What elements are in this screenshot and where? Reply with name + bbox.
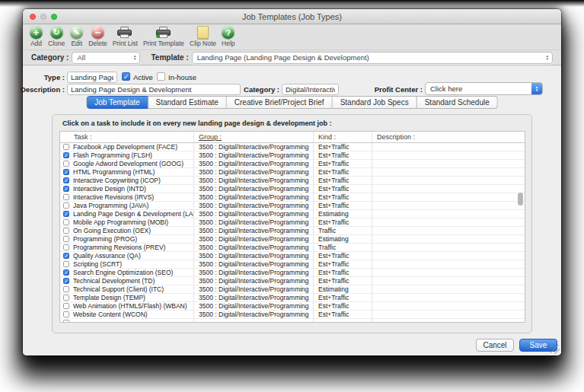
window-title: Job Templates (Job Types) xyxy=(23,9,561,24)
task-description xyxy=(372,269,525,276)
clone-button[interactable]: ↻ Clone xyxy=(48,26,65,47)
task-cell: Java Programming (JAVA) xyxy=(60,202,194,209)
column-header-task[interactable]: Task : xyxy=(60,132,194,142)
table-row[interactable]: Java Programming (JAVA)3500 : Digital/In… xyxy=(60,202,525,210)
table-row[interactable]: ✓Interactive Design (INTD)3500 : Digital… xyxy=(60,185,525,193)
table-row[interactable]: Scripting (SCRT)3500 : Digital/Interacti… xyxy=(60,260,525,269)
cancel-button[interactable]: Cancel xyxy=(476,339,514,352)
task-checkbox[interactable]: ✓ xyxy=(63,169,69,175)
tab-standard-job-specs[interactable]: Standard Job Specs xyxy=(333,96,417,109)
category-input[interactable] xyxy=(282,84,339,95)
task-group: 3500 : Digital/Interactive/Programming xyxy=(194,160,314,167)
print-list-button[interactable]: Print List xyxy=(113,26,138,47)
task-checkbox[interactable] xyxy=(63,320,69,323)
resize-grip-icon[interactable] xyxy=(550,345,560,354)
task-checkbox[interactable] xyxy=(63,261,69,267)
table-row[interactable]: ✓Technical Development (TD)3500 : Digita… xyxy=(60,277,525,285)
task-checkbox[interactable] xyxy=(63,144,69,150)
table-row[interactable] xyxy=(60,319,525,323)
task-group: 3500 : Digital/Interactive/Programming xyxy=(194,269,314,276)
task-checkbox[interactable] xyxy=(63,236,69,242)
description-input[interactable] xyxy=(67,84,241,95)
task-checkbox[interactable] xyxy=(63,202,69,209)
task-checkbox[interactable] xyxy=(63,161,69,167)
task-checkbox[interactable]: ✓ xyxy=(63,211,69,217)
profit-center-select[interactable]: Click here ▲▼ xyxy=(425,82,543,95)
task-description xyxy=(372,143,525,151)
table-row[interactable]: Programming (PROG)3500 : Digital/Interac… xyxy=(60,235,525,244)
table-row[interactable]: Facebook App Development (FACE)3500 : Di… xyxy=(60,143,525,151)
task-name: Java Programming (JAVA) xyxy=(73,202,148,209)
table-row[interactable]: Programming Revisions (PREV)3500 : Digit… xyxy=(60,244,525,252)
close-button[interactable] xyxy=(30,14,36,20)
task-checkbox[interactable] xyxy=(63,219,69,225)
column-header-description[interactable]: Description : xyxy=(372,132,525,142)
table-row[interactable]: Web Animation (HTML5/Flash) (WBAN)3500 :… xyxy=(60,302,525,311)
table-row[interactable]: Technical Support (Client) (ITC)3500 : D… xyxy=(60,285,525,294)
task-kind: Est+Traffic xyxy=(314,252,372,260)
task-kind: Est+Traffic xyxy=(314,160,372,167)
tab-standard-estimate[interactable]: Standard Estimate xyxy=(148,96,227,109)
task-name: Flash Programming (FLSH) xyxy=(73,151,152,159)
column-header-group[interactable]: Group : xyxy=(194,132,314,142)
task-kind: Est+Traffic xyxy=(314,143,372,151)
zoom-button[interactable] xyxy=(51,14,57,20)
task-cell: On Going Execution (OEX) xyxy=(60,227,194,234)
clip-note-button[interactable]: Clip Note xyxy=(190,26,216,47)
task-cell: Facebook App Development (FACE) xyxy=(60,143,194,151)
table-row[interactable]: Mobile App Programming (MOBI)3500 : Digi… xyxy=(60,218,525,227)
title-bar[interactable]: Job Templates (Job Types) xyxy=(23,9,561,24)
table-row[interactable]: Template Design (TEMP)3500 : Digital/Int… xyxy=(60,294,525,302)
edit-button[interactable]: ✎ Edit xyxy=(70,26,83,47)
delete-button[interactable]: − Delete xyxy=(88,26,107,47)
tab-creative-brief-project-brief[interactable]: Creative Brief/Project Brief xyxy=(227,96,333,109)
tab-standard-schedule[interactable]: Standard Schedule xyxy=(417,96,498,109)
task-cell: Website Content (WCON) xyxy=(60,311,194,318)
table-row[interactable]: ✓Interactive Copywriting (ICOP)3500 : Di… xyxy=(60,177,525,185)
table-row[interactable]: On Going Execution (OEX)3500 : Digital/I… xyxy=(60,227,525,235)
tab-job-template[interactable]: Job Template xyxy=(86,96,148,109)
printer-template-icon xyxy=(156,26,171,39)
table-row[interactable]: ✓Quality Assurance (QA)3500 : Digital/In… xyxy=(60,252,525,260)
inhouse-checkbox[interactable] xyxy=(157,72,165,81)
print-template-button[interactable]: Print Template xyxy=(143,26,184,47)
table-row[interactable]: Google Adword Development (GOOG)3500 : D… xyxy=(60,160,525,168)
task-checkbox[interactable]: ✓ xyxy=(63,177,69,183)
minimize-button[interactable] xyxy=(40,14,46,20)
task-checkbox[interactable]: ✓ xyxy=(63,152,69,158)
task-description xyxy=(372,218,525,226)
table-row[interactable]: Website Content (WCON)3500 : Digital/Int… xyxy=(60,311,525,319)
task-checkbox[interactable] xyxy=(63,311,69,317)
filter-bar: Category : All ▲▼ Template : Landing Pag… xyxy=(23,49,561,65)
category-filter-select[interactable]: All ▲▼ xyxy=(72,52,140,64)
template-filter-select[interactable]: Landing Page (Landing Page Design & Deve… xyxy=(192,52,553,64)
add-button[interactable]: + Add xyxy=(30,26,43,47)
task-name: On Going Execution (OEX) xyxy=(73,227,151,234)
type-input[interactable] xyxy=(67,72,117,83)
task-checkbox[interactable]: ✓ xyxy=(63,253,69,259)
task-checkbox[interactable] xyxy=(63,194,69,200)
task-name: Landing Page Design & Development (LAND) xyxy=(73,210,194,218)
task-checkbox[interactable] xyxy=(63,228,69,234)
task-checkbox[interactable]: ✓ xyxy=(63,186,69,192)
scrollbar-thumb[interactable] xyxy=(518,193,523,206)
table-row[interactable]: Interactive Revisions (IRVS)3500 : Digit… xyxy=(60,193,525,202)
task-checkbox[interactable] xyxy=(63,244,69,250)
table-row[interactable]: ✓Search Engine Optimization (SEO)3500 : … xyxy=(60,269,525,277)
task-group: 3500 : Digital/Interactive/Programming xyxy=(194,202,314,209)
help-button[interactable]: ? Help xyxy=(222,26,235,47)
active-checkbox[interactable]: ✓ xyxy=(122,72,130,81)
app-window: Job Templates (Job Types) + Add ↻ Clone … xyxy=(23,9,561,355)
tab-bar: Job TemplateStandard EstimateCreative Br… xyxy=(86,96,498,109)
table-row[interactable]: ✓HTML Programming (HTML)3500 : Digital/I… xyxy=(60,168,525,177)
task-checkbox[interactable]: ✓ xyxy=(63,269,69,276)
task-checkbox[interactable] xyxy=(63,303,69,309)
task-checkbox[interactable] xyxy=(63,286,69,292)
task-kind: Est+Traffic xyxy=(314,311,372,318)
column-header-kind[interactable]: Kind : xyxy=(314,132,372,142)
task-name: Facebook App Development (FACE) xyxy=(73,143,177,151)
task-checkbox[interactable] xyxy=(63,295,69,301)
task-checkbox[interactable]: ✓ xyxy=(63,278,69,284)
table-row[interactable]: ✓Flash Programming (FLSH)3500 : Digital/… xyxy=(60,151,525,160)
table-row[interactable]: ✓Landing Page Design & Development (LAND… xyxy=(60,210,525,218)
